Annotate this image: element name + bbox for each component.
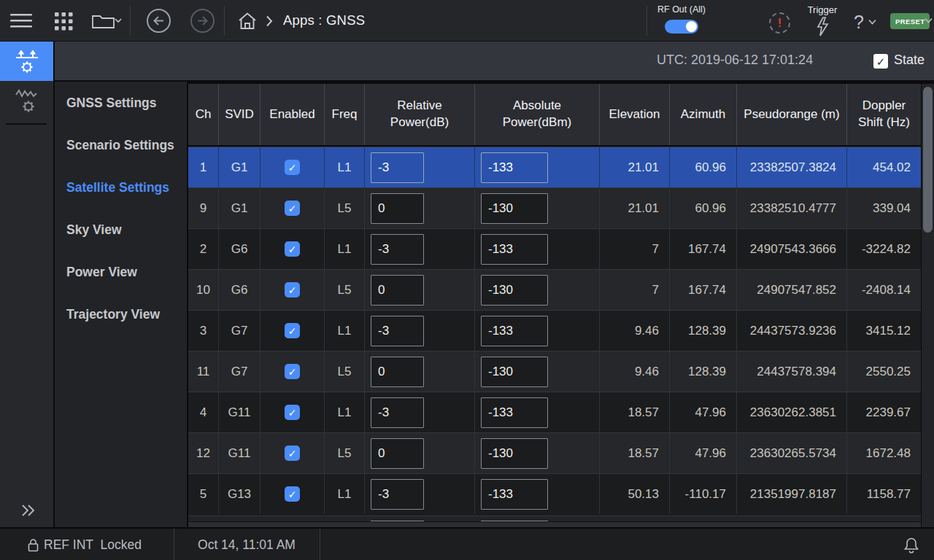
absolute-power-input[interactable] <box>481 438 548 469</box>
doppler-cell: 3415.12 <box>847 311 921 351</box>
toolbar-divider <box>224 6 225 36</box>
enabled-cell: ✓ <box>260 474 325 514</box>
relative-power-cell <box>365 188 475 228</box>
check-icon: ✓ <box>288 326 297 336</box>
nav-item-power-view[interactable]: Power View <box>55 251 187 293</box>
check-icon: ✓ <box>288 244 297 254</box>
svid-cell: G7 <box>219 351 260 392</box>
file-folder-menu-icon[interactable] <box>90 12 126 31</box>
table-row-ch-3[interactable]: 3G7✓L19.46128.3924437573.92363415.12 <box>188 310 921 351</box>
absolute-power-input[interactable] <box>481 397 548 428</box>
statusbar-divider <box>320 529 320 560</box>
nav-item-sky-view[interactable]: Sky View <box>55 209 187 251</box>
table-row-ch-12[interactable]: 12G11✓L518.5747.9623630265.57341672.48 <box>188 432 921 473</box>
enabled-checkbox[interactable]: ✓ <box>285 241 300 257</box>
relative-power-cell <box>365 474 475 514</box>
doppler-cell: 2239.67 <box>847 392 921 432</box>
relative-power-input[interactable] <box>371 316 424 346</box>
nav-item-scenario-settings[interactable]: Scenario Settings <box>55 124 187 166</box>
absolute-power-cell <box>475 270 600 310</box>
doppler-cell: 339.04 <box>847 188 921 228</box>
enabled-checkbox[interactable]: ✓ <box>285 405 300 420</box>
relative-power-input[interactable] <box>371 193 424 224</box>
vertical-scrollbar[interactable] <box>921 84 934 529</box>
preset-chevron-icon[interactable] <box>925 18 933 23</box>
enabled-checkbox[interactable]: ✓ <box>285 201 300 216</box>
enabled-checkbox[interactable]: ✓ <box>285 364 300 379</box>
channel-cell: 1 <box>188 147 219 187</box>
nav-item-gnss-settings[interactable]: GNSS Settings <box>55 82 187 124</box>
table-row-ch-4[interactable]: 4G11✓L118.5747.9623630262.38512239.67 <box>188 392 921 432</box>
enabled-checkbox[interactable]: ✓ <box>285 323 300 338</box>
elevation-cell: 21.01 <box>600 147 670 187</box>
table-row-ch-1[interactable]: 1G1✓L121.0160.9623382507.3824454.02 <box>188 147 921 187</box>
relative-power-input[interactable] <box>371 479 424 510</box>
absolute-power-input[interactable] <box>481 193 548 224</box>
azimuth-cell: 128.39 <box>670 351 737 392</box>
home-icon[interactable] <box>237 11 258 31</box>
rf-out-toggle[interactable] <box>665 20 698 34</box>
elevation-cell: 18.57 <box>600 392 670 432</box>
table-row-ch-11[interactable]: 11G7✓L59.46128.3924437578.3942550.25 <box>188 351 921 392</box>
channel-cell: 5 <box>188 474 219 514</box>
svid-cell: G11 <box>219 433 260 473</box>
scrollbar-thumb[interactable] <box>923 87 933 233</box>
table-row-ch-5[interactable]: 5G13✓L150.13-110.1721351997.81871158.77 <box>188 473 921 514</box>
notifications-bell-icon[interactable] <box>903 537 919 553</box>
table-row-ch-10[interactable]: 10G6✓L57167.7424907547.852-2408.14 <box>188 269 921 310</box>
sidebar-item-gnss-app[interactable] <box>0 42 53 81</box>
column-header-ch: Ch <box>188 84 219 145</box>
table-body: 1G1✓L121.0160.9623382507.3824454.029G1✓L… <box>188 147 921 514</box>
azimuth-cell: 167.74 <box>670 270 737 310</box>
apps-grid-icon[interactable] <box>53 11 74 31</box>
sidebar-item-waveform-app[interactable] <box>0 81 53 120</box>
hamburger-menu-icon[interactable] <box>9 13 34 29</box>
help-menu[interactable]: ? <box>854 12 876 32</box>
svid-cell: G11 <box>219 392 260 432</box>
error-status-icon[interactable]: ! <box>769 12 790 34</box>
satellite-settings-icon <box>15 48 39 74</box>
enabled-checkbox[interactable]: ✓ <box>285 486 300 502</box>
absolute-power-input[interactable] <box>481 234 548 265</box>
breadcrumb[interactable]: Apps : GNSS <box>283 12 365 28</box>
column-header-pseudorange: Pseudorange (m) <box>737 84 847 145</box>
channel-cell: 11 <box>188 351 219 392</box>
svid-cell: G13 <box>219 474 260 514</box>
table-row-ch-2[interactable]: 2G6✓L17167.7424907543.3666-3224.82 <box>188 228 921 269</box>
forward-button[interactable] <box>190 8 215 34</box>
absolute-power-input[interactable] <box>481 357 548 387</box>
nav-item-trajectory-view[interactable]: Trajectory View <box>55 293 187 335</box>
absolute-power-input[interactable] <box>481 152 548 183</box>
pseudorange-cell: 23630265.5734 <box>737 433 847 473</box>
enabled-cell: ✓ <box>260 270 325 310</box>
channel-cell: 3 <box>188 311 219 351</box>
trigger-group[interactable]: Trigger <box>800 4 844 36</box>
absolute-power-input[interactable] <box>481 479 548 510</box>
relative-power-input[interactable] <box>371 397 424 428</box>
azimuth-cell: 167.74 <box>670 229 737 269</box>
freq-cell: L5 <box>325 433 365 473</box>
relative-power-input[interactable] <box>371 275 424 306</box>
relative-power-input[interactable] <box>371 234 424 265</box>
channel-cell: 9 <box>188 188 219 228</box>
enabled-checkbox[interactable]: ✓ <box>285 282 300 298</box>
table-row-partial <box>188 516 921 521</box>
doppler-cell: -2408.14 <box>847 270 921 310</box>
absolute-power-input[interactable] <box>481 275 548 306</box>
enabled-checkbox[interactable]: ✓ <box>285 446 300 461</box>
back-button[interactable] <box>146 8 171 34</box>
absolute-power-cell <box>475 433 600 473</box>
nav-item-satellite-settings[interactable]: Satellite Settings <box>55 166 187 209</box>
enabled-checkbox[interactable]: ✓ <box>285 160 300 175</box>
expand-sidebar-button[interactable] <box>20 504 36 517</box>
relative-power-input[interactable] <box>371 357 424 387</box>
absolute-power-cell <box>475 474 600 514</box>
absolute-power-input[interactable] <box>481 316 548 346</box>
relative-power-input[interactable] <box>371 152 424 183</box>
relative-power-input[interactable] <box>371 438 424 469</box>
channel-cell: 12 <box>188 433 219 473</box>
state-checkbox[interactable]: ✓ <box>873 54 888 69</box>
double-chevron-right-icon <box>20 504 36 517</box>
table-row-ch-9[interactable]: 9G1✓L521.0160.9623382510.4777339.04 <box>188 187 921 228</box>
freq-cell: L1 <box>325 311 365 351</box>
